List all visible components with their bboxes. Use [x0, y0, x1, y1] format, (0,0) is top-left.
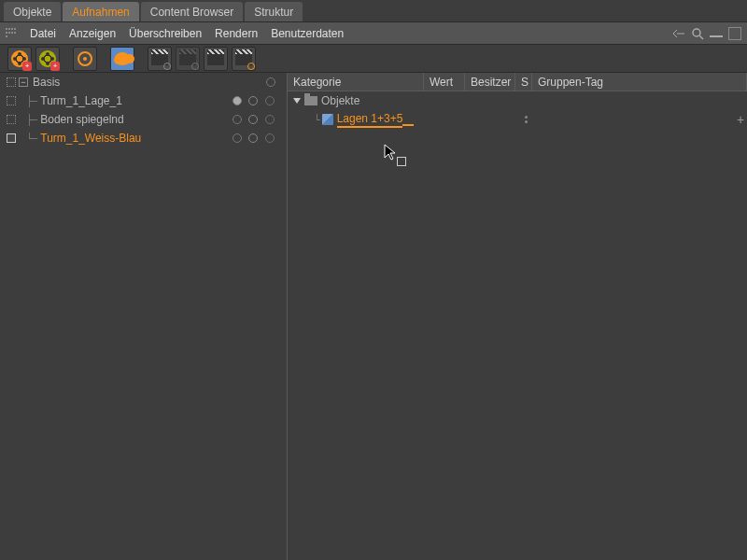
category-row-objekte[interactable]: Objekte — [288, 91, 747, 110]
svg-point-0 — [693, 29, 700, 36]
tool-new-take-b[interactable]: + — [35, 47, 60, 71]
grip-icon[interactable] — [6, 28, 17, 39]
takes-tree: − Basis ├─ Turm_1_Lage_1 ├─ Boden spiege… — [0, 73, 288, 560]
row-handle-icon[interactable] — [4, 96, 19, 105]
collapse-arrow-icon[interactable] — [672, 29, 685, 38]
col-besitzer[interactable]: Besitzer — [465, 73, 515, 91]
toolbar: + + — [0, 45, 747, 73]
tree-item[interactable]: ├─ Turm_1_Lage_1 — [0, 91, 287, 110]
tool-render-d[interactable] — [232, 47, 256, 71]
tree-item-selected[interactable]: └─ Turm_1_Weiss-Blau — [0, 129, 287, 147]
menu-datei[interactable]: Datei — [30, 27, 56, 40]
gear-icon[interactable] — [264, 114, 275, 125]
tool-render-a[interactable] — [148, 47, 172, 71]
tool-new-take[interactable]: + — [7, 47, 32, 71]
active-toggle-icon[interactable] — [233, 96, 242, 105]
active-toggle-icon[interactable] — [233, 115, 242, 124]
tree-branch-icon: └ — [314, 114, 320, 126]
active-toggle-icon[interactable] — [266, 77, 275, 87]
col-wert[interactable]: Wert — [424, 73, 465, 91]
col-s[interactable]: S — [515, 73, 532, 91]
tab-aufnahmen[interactable]: Aufnahmen — [63, 2, 138, 21]
selector-handle-icon[interactable] — [517, 116, 534, 123]
tree-label: Basis — [31, 76, 266, 89]
row-handle-icon[interactable] — [4, 115, 19, 124]
override-label[interactable]: Lagen 1+3+5 — [337, 112, 403, 128]
window-controls — [672, 27, 741, 40]
tool-render-c[interactable] — [204, 47, 228, 71]
maximize-icon[interactable] — [728, 27, 741, 40]
row-handle-icon[interactable] — [4, 133, 19, 143]
tab-content-browser[interactable]: Content Browser — [141, 2, 243, 21]
tab-objekte[interactable]: Objekte — [4, 2, 61, 21]
collapse-icon[interactable]: − — [19, 77, 28, 87]
add-tag-button[interactable]: + — [734, 113, 747, 126]
gear-icon[interactable] — [247, 114, 259, 125]
tree-branch-icon: ├─ — [19, 95, 38, 107]
tree-item[interactable]: ├─ Boden spiegelnd — [0, 110, 287, 129]
menu-bar: Datei Anzeigen Überschreiben Rendern Ben… — [0, 22, 747, 45]
column-headers: Kategorie Wert Besitzer S Gruppen-Tag — [288, 73, 747, 91]
main-area: − Basis ├─ Turm_1_Lage_1 ├─ Boden spiege… — [0, 73, 747, 560]
col-gruppen-tag[interactable]: Gruppen-Tag — [532, 73, 747, 91]
menu-anzeigen[interactable]: Anzeigen — [69, 27, 116, 40]
gear-icon[interactable] — [247, 133, 259, 144]
svg-line-1 — [699, 35, 703, 39]
tab-struktur[interactable]: Struktur — [245, 2, 303, 21]
gear-icon[interactable] — [264, 95, 275, 106]
tool-render-b[interactable] — [176, 47, 200, 71]
menu-rendern[interactable]: Rendern — [215, 27, 258, 40]
drop-indicator — [402, 113, 414, 126]
tree-label: Boden spiegelnd — [38, 113, 233, 126]
tree-branch-icon: ├─ — [19, 114, 38, 126]
override-item-lagen[interactable]: └ Lagen 1+3+5 + — [288, 110, 747, 129]
col-kategorie[interactable]: Kategorie — [288, 73, 424, 91]
minimize-icon[interactable] — [710, 30, 723, 37]
tree-root-basis[interactable]: − Basis — [0, 73, 287, 91]
active-toggle-icon[interactable] — [233, 133, 242, 143]
overrides-panel: Kategorie Wert Besitzer S Gruppen-Tag Ob… — [288, 73, 747, 560]
menu-ueberschreiben[interactable]: Überschreiben — [129, 27, 202, 40]
menu-benutzerdaten[interactable]: Benutzerdaten — [271, 27, 344, 40]
expand-triangle-icon[interactable] — [293, 98, 301, 104]
overrides-body: Objekte └ Lagen 1+3+5 + — [288, 91, 747, 560]
tool-target[interactable] — [73, 47, 97, 71]
row-handle-icon[interactable] — [4, 77, 19, 87]
gear-icon[interactable] — [264, 133, 275, 144]
tree-label: Turm_1_Lage_1 — [38, 94, 233, 107]
category-label: Objekte — [321, 94, 359, 107]
main-tabs: Objekte Aufnahmen Content Browser Strukt… — [0, 0, 747, 22]
tool-blob[interactable] — [110, 47, 134, 71]
search-icon[interactable] — [691, 27, 704, 40]
object-icon — [322, 114, 333, 125]
cursor-pointer-icon — [384, 144, 399, 162]
folder-icon — [304, 96, 317, 105]
tree-label: Turm_1_Weiss-Blau — [38, 132, 233, 145]
tree-branch-icon: └─ — [19, 133, 38, 145]
gear-icon[interactable] — [247, 95, 259, 106]
